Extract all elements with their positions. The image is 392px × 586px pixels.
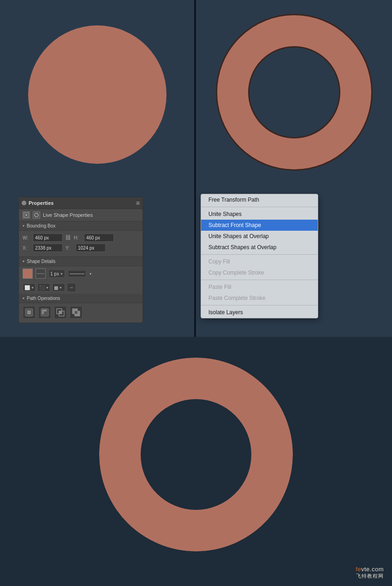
context-menu-divider-3 <box>201 280 318 280</box>
context-menu-item-subtract-overlap[interactable]: Subtract Shapes at Overlap <box>201 242 318 253</box>
inner-circle-hole <box>248 46 340 138</box>
path-op-intersect-icon <box>56 308 65 317</box>
bounding-box-content: W: ⛓ H: X: Y: <box>19 231 143 257</box>
shape-icon-svg <box>24 212 29 218</box>
height-label: H: <box>74 235 81 240</box>
width-label: W: <box>23 235 30 240</box>
svg-point-1 <box>25 214 27 216</box>
panel-subtitle: Live Shape Properties <box>43 212 93 218</box>
align-icon-2: ⬛ <box>39 285 45 290</box>
context-menu-item-subtract-front[interactable]: Subtract Front Shape <box>201 220 318 231</box>
context-menu-item-free-transform[interactable]: Free Transform Path <box>201 194 318 205</box>
top-row: Properties ≡ Live Shape Properties <box>0 0 392 337</box>
align-arrow-1: ▼ <box>31 286 34 289</box>
stroke-dash-arrow: ▼ <box>89 272 92 275</box>
svg-rect-10 <box>59 311 62 314</box>
align-arrow-2: ▼ <box>46 286 49 289</box>
shape-details-content: 1 px ▼ ▼ <box>19 266 143 281</box>
y-input[interactable] <box>76 244 106 252</box>
shape-details-label: Shape Details <box>27 259 55 264</box>
path-op-exclude-button[interactable] <box>70 306 83 319</box>
align-dropdown-3[interactable]: ▦ ▼ <box>52 283 65 292</box>
dropdown-arrow-icon: ▼ <box>60 272 63 275</box>
context-menu-item-paste-stroke: Paste Complete Stroke <box>201 293 318 304</box>
context-menu-divider-4 <box>201 305 318 305</box>
path-op-subtract-icon <box>41 308 49 317</box>
path-op-intersect-button[interactable] <box>54 306 67 319</box>
bounding-box-label: Bounding Box <box>27 223 55 228</box>
path-ops-label: Path Operations <box>27 296 60 301</box>
path-op-add-button[interactable] <box>23 306 36 319</box>
align-icon-3: ▦ <box>54 285 58 290</box>
align-icon-1: ⬜ <box>24 285 30 290</box>
panel-subtitle-row: Live Shape Properties <box>19 209 143 221</box>
xy-row: X: Y: <box>23 244 139 252</box>
context-menu: Free Transform Path Unite Shapes Subtrac… <box>201 194 318 318</box>
path-ops-section-header[interactable]: ▾ Path Operations <box>19 294 143 303</box>
panel-layer-icon <box>33 211 40 219</box>
y-label: Y: <box>65 245 73 251</box>
stroke-preview[interactable] <box>36 269 46 279</box>
height-input[interactable] <box>84 233 114 242</box>
path-op-exclude-icon <box>72 308 80 317</box>
context-menu-item-unite-overlap[interactable]: Unite Shapes at Overlap <box>201 231 318 242</box>
stroke-dash-preview[interactable] <box>68 270 86 277</box>
donut-svg <box>97 355 295 554</box>
panel-top-right: Free Transform Path Unite Shapes Subtrac… <box>196 0 392 337</box>
link-icon: ⛓ <box>65 234 71 241</box>
svg-point-16 <box>99 358 293 551</box>
panel-title: Properties <box>29 200 53 206</box>
context-menu-item-unite[interactable]: Unite Shapes <box>201 209 318 220</box>
context-menu-item-isolate-layers[interactable]: Isolate Layers <box>201 307 318 318</box>
panel-menu-icon[interactable]: ≡ <box>136 199 140 207</box>
svg-point-2 <box>35 213 38 217</box>
chevron-icon-2: ▾ <box>23 259 24 263</box>
layer-icon-svg <box>34 212 39 218</box>
svg-rect-4 <box>27 311 31 314</box>
align-arrow-3: ▼ <box>59 286 62 289</box>
panel-shape-icon <box>23 211 30 219</box>
watermark: fevte.com 飞特教程网 <box>356 566 384 580</box>
watermark-chinese: 飞特教程网 <box>356 573 384 580</box>
dash-line <box>70 274 84 274</box>
context-menu-item-copy-stroke: Copy Complete Stroke <box>201 267 318 278</box>
x-label: X: <box>23 245 30 251</box>
stroke-width-value: 1 px <box>50 271 59 276</box>
chevron-icon-3: ▾ <box>23 296 24 300</box>
donut-container <box>97 355 295 554</box>
align-dropdown-2[interactable]: ⬛ ▼ <box>37 283 50 292</box>
watermark-fe: fe <box>356 566 361 573</box>
stroke-line <box>37 273 44 274</box>
path-op-add-icon <box>25 308 33 317</box>
distribute-button[interactable]: ↔ <box>67 283 76 292</box>
panel-close-button[interactable] <box>22 201 26 205</box>
chevron-icon: ▾ <box>23 224 24 228</box>
x-input[interactable] <box>33 244 63 252</box>
watermark-yte: vte.com <box>361 566 384 573</box>
panel-titlebar: Properties ≡ <box>19 197 143 209</box>
context-menu-item-paste-fill: Paste Fill <box>201 281 318 293</box>
svg-rect-13 <box>75 311 77 314</box>
stroke-width-dropdown[interactable]: 1 px ▼ <box>48 269 65 278</box>
outer-circle <box>216 14 373 171</box>
path-ops-content <box>19 303 143 323</box>
width-input[interactable] <box>33 233 63 242</box>
align-row: ⬜ ▼ ⬛ ▼ ▦ ▼ ↔ <box>19 281 143 294</box>
panel-top-left: Properties ≡ Live Shape Properties <box>0 0 196 337</box>
context-menu-divider-2 <box>201 254 318 255</box>
solid-circle <box>28 25 166 164</box>
context-menu-divider-1 <box>201 207 318 207</box>
fill-color-swatch[interactable] <box>23 269 33 279</box>
bottom-panel: fevte.com 飞特教程网 <box>0 337 392 586</box>
svg-rect-7 <box>44 311 48 315</box>
width-height-row: W: ⛓ H: <box>23 233 139 242</box>
bounding-box-section-header[interactable]: ▾ Bounding Box <box>19 221 143 231</box>
shape-details-section-header[interactable]: ▾ Shape Details <box>19 257 143 266</box>
properties-panel: Properties ≡ Live Shape Properties <box>18 197 143 323</box>
context-menu-item-copy-fill: Copy Fill <box>201 256 318 267</box>
align-dropdown-1[interactable]: ⬜ ▼ <box>23 283 36 292</box>
path-op-subtract-button[interactable] <box>38 306 51 319</box>
watermark-site: fevte.com <box>356 566 384 573</box>
